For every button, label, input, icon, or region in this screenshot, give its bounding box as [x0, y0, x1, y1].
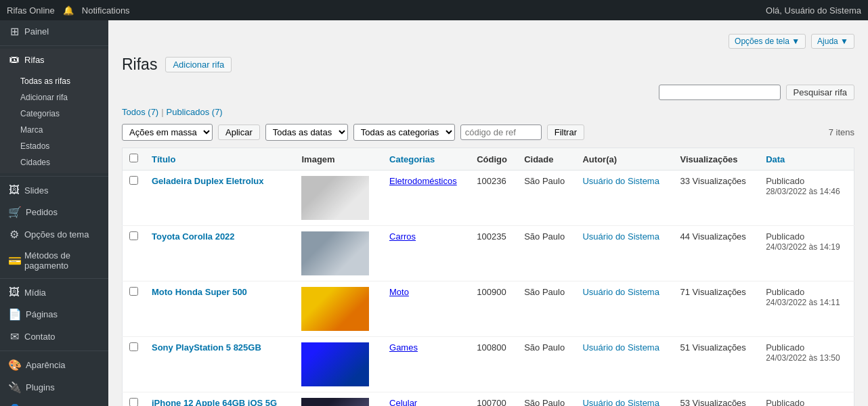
row-autor: Usuário do Sistema: [576, 171, 673, 226]
filter-all-link[interactable]: Todos (7): [122, 107, 158, 117]
th-imagem: Imagem: [295, 148, 383, 171]
row-select-checkbox[interactable]: [129, 342, 138, 351]
midia-label: Mídia: [24, 288, 46, 298]
sidebar-item-estados[interactable]: Estados: [0, 138, 108, 154]
row-date-time: 24/03/2022 às 14:11: [766, 298, 840, 307]
todas-rifas-label: Todas as rifas: [20, 76, 70, 86]
sidebar-item-rifas[interactable]: 🎟 Rifas: [0, 49, 108, 70]
sidebar-item-metodos-pagamento[interactable]: 💳 Métodos de pagamento: [0, 246, 108, 275]
autor-link[interactable]: Usuário do Sistema: [582, 231, 659, 242]
row-categoria: Carros: [383, 226, 470, 281]
sidebar-item-slides[interactable]: 🖼 Slides: [0, 179, 108, 201]
th-codigo: Código: [470, 148, 517, 171]
filter-sep: |: [161, 107, 163, 117]
row-cidade: São Paulo: [517, 226, 576, 281]
sort-data-link[interactable]: Data: [766, 154, 785, 164]
row-select-checkbox[interactable]: [129, 398, 138, 406]
row-codigo: 100700: [470, 392, 517, 407]
pedidos-label: Pedidos: [26, 207, 58, 217]
sidebar-item-opcoes-tema[interactable]: ⚙ Opções do tema: [0, 223, 108, 246]
select-all-checkbox[interactable]: [129, 154, 138, 162]
categoria-link[interactable]: Moto: [389, 287, 409, 297]
product-image: [301, 287, 369, 331]
sidebar-item-usuarios[interactable]: 👤 Usuários: [0, 399, 108, 406]
categoria-link[interactable]: Eletrodomésticos: [389, 176, 457, 186]
row-visualizacoes: 53 Visualizações: [674, 392, 760, 407]
sidebar-item-categorias[interactable]: Categorias: [0, 106, 108, 122]
help-button[interactable]: Ajuda ▼: [811, 34, 854, 49]
title-link[interactable]: iPhone 12 Apple 64GB iOS 5G: [152, 398, 277, 406]
sidebar-item-painel[interactable]: ⊞ Painel: [0, 20, 108, 43]
add-rifa-button[interactable]: Adicionar rifa: [165, 57, 232, 72]
filter-published-link[interactable]: Publicados (7): [167, 107, 223, 117]
th-categorias: Categorias: [383, 148, 470, 171]
categoria-link[interactable]: Games: [389, 342, 418, 353]
sidebar-item-plugins[interactable]: 🔌 Plugins: [0, 376, 108, 399]
ref-input[interactable]: [460, 125, 542, 140]
bulk-action-select[interactable]: Ações em massa: [122, 124, 213, 141]
title-link[interactable]: Geladeira Duplex Eletrolux: [152, 176, 263, 186]
search-rifa-button[interactable]: Pesquisar rifa: [786, 85, 854, 100]
sidebar-item-cidades[interactable]: Cidades: [0, 154, 108, 171]
row-image: [295, 337, 383, 392]
title-link[interactable]: Toyota Corolla 2022: [152, 231, 235, 242]
filter-button[interactable]: Filtrar: [547, 125, 584, 140]
title-link[interactable]: Moto Honda Super 500: [152, 287, 247, 297]
table-row: Moto Honda Super 500 Moto 100900 São Pau…: [123, 281, 854, 337]
row-visualizacoes: 51 Visualizações: [674, 337, 760, 392]
row-select-checkbox[interactable]: [129, 231, 138, 240]
row-cidade: São Paulo: [517, 337, 576, 392]
aparencia-icon: 🎨: [8, 359, 22, 371]
row-status: Publicado: [766, 287, 804, 297]
main-content: Opções de tela ▼ Ajuda ▼ Rifas Adicionar…: [108, 20, 868, 406]
filter-row: Ações em massa Aplicar Todas as datas To…: [122, 124, 854, 141]
sort-categorias-link[interactable]: Categorias: [389, 154, 435, 164]
apply-button[interactable]: Aplicar: [218, 125, 260, 140]
sort-titulo-link[interactable]: Título: [152, 154, 175, 164]
row-visualizacoes: 33 Visualizações: [674, 171, 760, 226]
sidebar-item-contato[interactable]: ✉ Contato: [0, 325, 108, 348]
contato-icon: ✉: [8, 330, 20, 343]
sidebar-item-aparencia[interactable]: 🎨 Aparência: [0, 354, 108, 376]
sidebar-item-midia[interactable]: 🖼 Mídia: [0, 281, 108, 303]
screen-options-label: Opções de tela: [735, 37, 789, 46]
row-categoria: Games: [383, 337, 470, 392]
sidebar-item-pedidos[interactable]: 🛒 Pedidos: [0, 201, 108, 223]
table-row: Toyota Corolla 2022 Carros 100235 São Pa…: [123, 226, 854, 281]
autor-link[interactable]: Usuário do Sistema: [582, 287, 659, 297]
notifications-label[interactable]: Notifications: [82, 5, 130, 16]
row-image: [295, 392, 383, 407]
sidebar-item-paginas[interactable]: 📄 Páginas: [0, 303, 108, 325]
sidebar-item-todas-rifas[interactable]: Todas as rifas: [0, 73, 108, 89]
row-checkbox: [123, 171, 146, 226]
search-input[interactable]: [659, 85, 781, 100]
autor-link[interactable]: Usuário do Sistema: [582, 176, 659, 186]
screen-options-button[interactable]: Opções de tela ▼: [729, 34, 806, 49]
adicionar-rifa-label: Adicionar rifa: [20, 93, 68, 102]
row-date-time: 24/03/2022 às 13:50: [766, 353, 840, 363]
autor-link[interactable]: Usuário do Sistema: [582, 342, 659, 353]
categoria-link[interactable]: Celular: [389, 398, 417, 406]
row-title: iPhone 12 Apple 64GB iOS 5G: [145, 392, 295, 407]
row-cidade: São Paulo: [517, 171, 576, 226]
sidebar-item-adicionar-rifa[interactable]: Adicionar rifa: [0, 89, 108, 106]
table-row: Sony PlayStation 5 825GB Games 100800 Sã…: [123, 337, 854, 392]
categories-select[interactable]: Todas as categorias: [353, 124, 455, 141]
sidebar-item-marca[interactable]: Marca: [0, 122, 108, 138]
usuarios-icon: 👤: [8, 403, 22, 406]
sidebar-item-painel-label: Painel: [24, 26, 49, 37]
row-checkbox: [123, 226, 146, 281]
site-name[interactable]: Rifas Online: [7, 5, 55, 16]
categoria-link[interactable]: Carros: [389, 231, 416, 242]
bell-icon: 🔔: [63, 5, 74, 16]
filter-tabs: Todos (7) | Publicados (7): [122, 107, 854, 117]
search-bar: Pesquisar rifa: [122, 85, 854, 100]
title-link[interactable]: Sony PlayStation 5 825GB: [152, 342, 261, 353]
row-checkbox: [123, 337, 146, 392]
row-image: [295, 171, 383, 226]
row-select-checkbox[interactable]: [129, 176, 138, 185]
row-select-checkbox[interactable]: [129, 287, 138, 296]
autor-link[interactable]: Usuário do Sistema: [582, 398, 659, 406]
dates-select[interactable]: Todas as datas: [265, 124, 348, 141]
help-chevron: ▼: [840, 37, 848, 46]
